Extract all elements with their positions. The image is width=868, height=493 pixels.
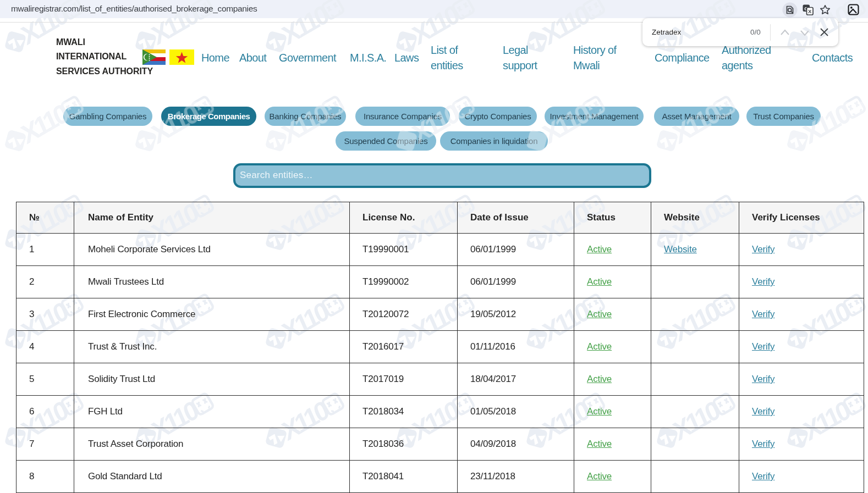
svg-text:X: X xyxy=(808,8,812,14)
